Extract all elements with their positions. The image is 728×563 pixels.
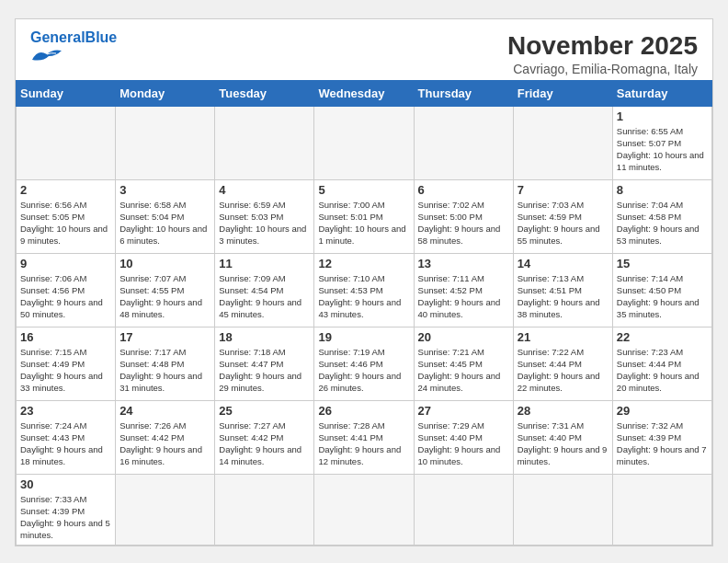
day-number: 20 [418, 330, 509, 344]
col-friday: Friday [513, 80, 612, 106]
calendar-body: 1Sunrise: 6:55 AM Sunset: 5:07 PM Daylig… [17, 106, 712, 545]
day-cell-1-6: 8Sunrise: 7:04 AM Sunset: 4:58 PM Daylig… [612, 179, 711, 253]
col-sunday: Sunday [17, 80, 116, 106]
day-info: Sunrise: 7:11 AM Sunset: 4:52 PM Dayligh… [418, 272, 509, 321]
day-cell-3-0: 16Sunrise: 7:15 AM Sunset: 4:49 PM Dayli… [17, 327, 116, 400]
day-number: 26 [318, 404, 409, 418]
day-number: 7 [518, 183, 609, 197]
day-number: 2 [20, 183, 111, 197]
day-info: Sunrise: 7:29 AM Sunset: 4:40 PM Dayligh… [418, 419, 509, 468]
col-thursday: Thursday [414, 80, 513, 106]
day-cell-5-3 [314, 474, 414, 545]
day-cell-0-0 [17, 106, 116, 179]
col-tuesday: Tuesday [215, 80, 314, 106]
day-number: 4 [219, 183, 310, 197]
day-number: 19 [318, 330, 409, 344]
day-info: Sunrise: 7:04 AM Sunset: 4:58 PM Dayligh… [617, 199, 708, 247]
day-info: Sunrise: 7:14 AM Sunset: 4:50 PM Dayligh… [617, 272, 708, 321]
day-number: 25 [219, 404, 310, 418]
day-number: 22 [617, 330, 708, 344]
calendar-container: GeneralBlue November 2025 Cavriago, Emil… [15, 18, 713, 546]
day-info: Sunrise: 7:03 AM Sunset: 4:59 PM Dayligh… [518, 199, 609, 247]
day-cell-0-4 [414, 106, 513, 179]
day-info: Sunrise: 7:21 AM Sunset: 4:45 PM Dayligh… [418, 346, 509, 395]
day-info: Sunrise: 7:06 AM Sunset: 4:56 PM Dayligh… [20, 272, 111, 321]
day-cell-4-2: 25Sunrise: 7:27 AM Sunset: 4:42 PM Dayli… [215, 400, 314, 474]
day-info: Sunrise: 6:56 AM Sunset: 5:05 PM Dayligh… [20, 199, 111, 247]
day-number: 23 [20, 404, 111, 418]
day-info: Sunrise: 7:28 AM Sunset: 4:41 PM Dayligh… [318, 419, 409, 468]
day-cell-3-5: 21Sunrise: 7:22 AM Sunset: 4:44 PM Dayli… [513, 327, 612, 400]
day-number: 30 [20, 477, 111, 491]
day-number: 29 [617, 404, 708, 418]
day-cell-1-1: 3Sunrise: 6:58 AM Sunset: 5:04 PM Daylig… [116, 179, 215, 253]
day-cell-0-6: 1Sunrise: 6:55 AM Sunset: 5:07 PM Daylig… [612, 106, 711, 179]
day-info: Sunrise: 6:55 AM Sunset: 5:07 PM Dayligh… [617, 125, 708, 174]
day-info: Sunrise: 7:33 AM Sunset: 4:39 PM Dayligh… [20, 493, 111, 542]
day-cell-1-3: 5Sunrise: 7:00 AM Sunset: 5:01 PM Daylig… [314, 179, 414, 253]
col-wednesday: Wednesday [314, 80, 414, 106]
day-cell-1-5: 7Sunrise: 7:03 AM Sunset: 4:59 PM Daylig… [513, 179, 612, 253]
day-number: 24 [119, 404, 210, 418]
day-number: 18 [219, 330, 310, 344]
day-number: 17 [119, 330, 210, 344]
logo-bird-icon [30, 47, 63, 63]
calendar-header-row: Sunday Monday Tuesday Wednesday Thursday… [17, 80, 712, 106]
day-number: 13 [418, 257, 509, 270]
day-cell-2-5: 14Sunrise: 7:13 AM Sunset: 4:51 PM Dayli… [513, 253, 612, 327]
week-row-6: 30Sunrise: 7:33 AM Sunset: 4:39 PM Dayli… [17, 474, 712, 545]
day-cell-2-4: 13Sunrise: 7:11 AM Sunset: 4:52 PM Dayli… [414, 253, 513, 327]
week-row-4: 16Sunrise: 7:15 AM Sunset: 4:49 PM Dayli… [17, 327, 712, 400]
day-info: Sunrise: 7:15 AM Sunset: 4:49 PM Dayligh… [20, 346, 111, 395]
day-info: Sunrise: 7:32 AM Sunset: 4:39 PM Dayligh… [617, 419, 708, 468]
week-row-1: 1Sunrise: 6:55 AM Sunset: 5:07 PM Daylig… [17, 106, 712, 179]
day-number: 21 [518, 330, 609, 344]
day-cell-3-3: 19Sunrise: 7:19 AM Sunset: 4:46 PM Dayli… [314, 327, 414, 400]
week-row-3: 9Sunrise: 7:06 AM Sunset: 4:56 PM Daylig… [17, 253, 712, 327]
day-number: 15 [617, 257, 708, 270]
day-cell-4-0: 23Sunrise: 7:24 AM Sunset: 4:43 PM Dayli… [17, 400, 116, 474]
week-row-2: 2Sunrise: 6:56 AM Sunset: 5:05 PM Daylig… [17, 179, 712, 253]
day-cell-2-2: 11Sunrise: 7:09 AM Sunset: 4:54 PM Dayli… [215, 253, 314, 327]
day-cell-2-1: 10Sunrise: 7:07 AM Sunset: 4:55 PM Dayli… [116, 253, 215, 327]
day-number: 16 [20, 330, 111, 344]
day-cell-5-6 [612, 474, 711, 545]
day-cell-5-2 [215, 474, 314, 545]
day-cell-0-1 [116, 106, 215, 179]
day-cell-4-5: 28Sunrise: 7:31 AM Sunset: 4:40 PM Dayli… [513, 400, 612, 474]
day-number: 27 [418, 404, 509, 418]
day-cell-3-4: 20Sunrise: 7:21 AM Sunset: 4:45 PM Dayli… [414, 327, 513, 400]
calendar-table: Sunday Monday Tuesday Wednesday Thursday… [16, 80, 712, 546]
day-info: Sunrise: 7:22 AM Sunset: 4:44 PM Dayligh… [518, 346, 609, 395]
day-info: Sunrise: 7:31 AM Sunset: 4:40 PM Dayligh… [518, 419, 609, 468]
day-cell-5-5 [513, 474, 612, 545]
day-info: Sunrise: 7:02 AM Sunset: 5:00 PM Dayligh… [418, 199, 509, 247]
day-number: 8 [617, 183, 708, 197]
day-cell-1-4: 6Sunrise: 7:02 AM Sunset: 5:00 PM Daylig… [414, 179, 513, 253]
day-info: Sunrise: 6:59 AM Sunset: 5:03 PM Dayligh… [219, 199, 310, 247]
day-info: Sunrise: 7:13 AM Sunset: 4:51 PM Dayligh… [518, 272, 609, 321]
day-cell-1-2: 4Sunrise: 6:59 AM Sunset: 5:03 PM Daylig… [215, 179, 314, 253]
day-number: 14 [518, 257, 609, 270]
calendar-title: November 2025 [30, 30, 698, 62]
day-info: Sunrise: 7:23 AM Sunset: 4:44 PM Dayligh… [617, 346, 708, 395]
day-cell-2-3: 12Sunrise: 7:10 AM Sunset: 4:53 PM Dayli… [314, 253, 414, 327]
week-row-5: 23Sunrise: 7:24 AM Sunset: 4:43 PM Dayli… [17, 400, 712, 474]
day-cell-0-3 [314, 106, 414, 179]
day-number: 6 [418, 183, 509, 197]
day-number: 9 [20, 257, 111, 270]
day-number: 12 [318, 257, 409, 270]
col-saturday: Saturday [612, 80, 711, 106]
day-cell-0-5 [513, 106, 612, 179]
day-cell-3-2: 18Sunrise: 7:18 AM Sunset: 4:47 PM Dayli… [215, 327, 314, 400]
day-cell-5-4 [414, 474, 513, 545]
day-number: 5 [318, 183, 409, 197]
calendar-header: GeneralBlue November 2025 Cavriago, Emil… [16, 19, 712, 80]
day-info: Sunrise: 6:58 AM Sunset: 5:04 PM Dayligh… [119, 199, 210, 247]
day-cell-4-4: 27Sunrise: 7:29 AM Sunset: 4:40 PM Dayli… [414, 400, 513, 474]
day-cell-1-0: 2Sunrise: 6:56 AM Sunset: 5:05 PM Daylig… [17, 179, 116, 253]
day-info: Sunrise: 7:10 AM Sunset: 4:53 PM Dayligh… [318, 272, 409, 321]
day-info: Sunrise: 7:27 AM Sunset: 4:42 PM Dayligh… [219, 419, 310, 468]
day-cell-4-1: 24Sunrise: 7:26 AM Sunset: 4:42 PM Dayli… [116, 400, 215, 474]
day-cell-2-0: 9Sunrise: 7:06 AM Sunset: 4:56 PM Daylig… [17, 253, 116, 327]
